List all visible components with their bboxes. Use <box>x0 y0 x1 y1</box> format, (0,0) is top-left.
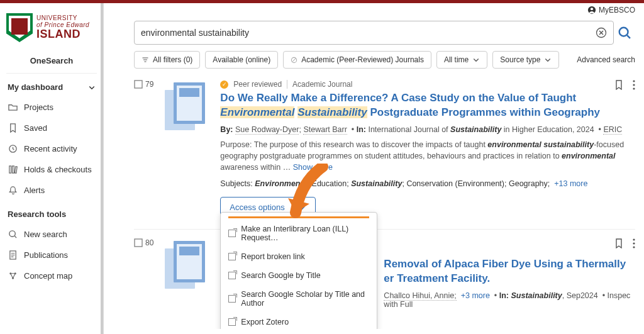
byline: By: Sue Rodway-Dyer; Stewart Barr • In: … <box>220 125 635 134</box>
search-icon <box>8 230 18 239</box>
peer-reviewed-icon: ✓ <box>220 81 228 89</box>
clear-icon <box>596 27 607 38</box>
sidebar-item-label: Concept map <box>24 271 72 281</box>
sidebar-item-label: New search <box>24 230 67 239</box>
concept-map-icon <box>8 271 18 281</box>
author-link[interactable]: Challco Hihui, Annie; <box>384 291 456 301</box>
folder-icon <box>8 103 18 112</box>
bell-icon <box>8 186 18 195</box>
all-filters-button[interactable]: All filters (0) <box>134 51 200 69</box>
books-icon <box>8 165 18 174</box>
search-icon <box>618 26 631 40</box>
svg-point-21 <box>633 247 635 248</box>
author-link[interactable]: Stewart Barr <box>303 125 347 135</box>
svg-rect-3 <box>14 167 17 174</box>
bookmark-button[interactable] <box>614 238 624 248</box>
result-title[interactable]: Do We Really Make a Difference? A Case S… <box>220 91 635 120</box>
sidebar-item-label: Saved <box>24 123 47 133</box>
main-content: MyEBSCO All filters (0) Available (onlin… <box>104 3 644 334</box>
brand-line3: ISLAND <box>36 28 89 40</box>
sidebar-item-holds[interactable]: Holds & checkouts <box>0 159 103 180</box>
clear-search-button[interactable] <box>596 27 607 38</box>
source-link[interactable]: ERIC <box>603 125 622 135</box>
filter-row: All filters (0) Available (online) Acade… <box>134 51 635 69</box>
history-icon <box>8 144 18 153</box>
author-link[interactable]: Sue Rodway-Dyer <box>235 125 299 135</box>
svg-rect-14 <box>135 81 142 88</box>
peer-filter[interactable]: Academic (Peer-Reviewed) Journals <box>283 51 431 69</box>
chevron-down-icon <box>297 203 306 212</box>
svg-point-17 <box>633 87 635 89</box>
svg-point-16 <box>633 84 635 86</box>
svg-point-4 <box>9 231 14 237</box>
byline: Challco Hihui, Annie; +3 more • In: Sust… <box>220 291 635 309</box>
brand-line1: UNIVERSITY <box>36 15 89 22</box>
sidebar-item-recent[interactable]: Recent activity <box>0 138 103 159</box>
dashboard-heading[interactable]: My dashboard <box>0 74 103 97</box>
chevron-down-icon <box>88 84 96 91</box>
sidebar-item-projects[interactable]: Projects <box>0 97 103 118</box>
search-input[interactable] <box>141 28 591 38</box>
result-item: 79 ✓ Peer reviewed Academic Journal Do W… <box>134 80 635 230</box>
onesearch-label[interactable]: OneSearch <box>6 48 97 74</box>
sidebar-item-label: Alerts <box>24 186 45 195</box>
sidebar-item-newsearch[interactable]: New search <box>0 224 103 245</box>
myebsco-link[interactable]: MyEBSCO <box>587 6 635 14</box>
more-authors-link[interactable]: +3 more <box>461 291 490 300</box>
result-number: 80 <box>145 238 153 247</box>
sidebar-item-saved[interactable]: Saved <box>0 118 103 138</box>
external-link-icon <box>228 230 236 237</box>
chevron-down-icon <box>472 56 480 64</box>
svg-point-15 <box>633 80 635 82</box>
subjects: Subjects: Environmental Education; Susta… <box>220 179 635 188</box>
more-button[interactable] <box>633 238 635 248</box>
research-tools-heading: Research tools <box>0 201 103 224</box>
result-type: Academic Journal <box>292 80 352 89</box>
result-thumbnail <box>165 241 209 291</box>
available-filter[interactable]: Available (online) <box>205 51 278 69</box>
svg-rect-18 <box>135 239 142 247</box>
result-title[interactable]: Removal of Alpaca Fiber Dye Using a Ther… <box>220 257 635 286</box>
result-thumbnail <box>165 82 209 133</box>
advanced-search-link[interactable]: Advanced search <box>577 55 635 64</box>
scrollbar[interactable] <box>101 3 103 334</box>
abstract: Purpose: The purpose of this research wa… <box>220 139 635 173</box>
peer-reviewed-label: Peer reviewed <box>233 80 282 89</box>
sidebar: UNIVERSITY of Prince Edward ISLAND OneSe… <box>0 3 104 334</box>
block-icon <box>291 57 297 64</box>
brand-logo[interactable]: UNIVERSITY of Prince Edward ISLAND <box>0 3 103 48</box>
shield-icon <box>6 13 33 42</box>
svg-point-20 <box>633 243 635 245</box>
checkbox[interactable] <box>134 238 143 247</box>
chevron-down-icon <box>544 56 552 64</box>
bookmark-button[interactable] <box>614 80 624 90</box>
result-number: 79 <box>145 80 153 89</box>
sidebar-item-label: Holds & checkouts <box>24 165 92 174</box>
user-icon <box>587 6 596 14</box>
sidebar-item-alerts[interactable]: Alerts <box>0 180 103 201</box>
sidebar-item-label: Projects <box>24 103 53 112</box>
search-box <box>134 21 614 45</box>
sidebar-item-conceptmap[interactable]: Concept map <box>0 265 103 286</box>
sidebar-item-publications[interactable]: Publications <box>0 245 103 265</box>
bookmark-icon <box>8 123 18 133</box>
svg-point-12 <box>619 28 628 36</box>
source-filter[interactable]: Source type <box>492 51 559 69</box>
sidebar-item-label: Recent activity <box>24 144 77 153</box>
svg-rect-1 <box>9 166 11 173</box>
time-filter[interactable]: All time <box>436 51 487 69</box>
search-button[interactable] <box>614 26 635 40</box>
svg-rect-2 <box>12 166 14 173</box>
svg-point-10 <box>591 8 593 10</box>
filter-icon <box>142 56 149 64</box>
more-subjects-link[interactable]: +13 more <box>554 179 587 188</box>
document-icon <box>8 250 18 260</box>
sidebar-item-label: Publications <box>24 250 68 260</box>
result-item: 80 Removal of Alpaca Fiber Dye Using a T… <box>134 238 635 320</box>
show-more-link[interactable]: Show more <box>293 163 333 172</box>
more-button[interactable] <box>633 80 635 90</box>
checkbox[interactable] <box>134 80 143 89</box>
svg-point-19 <box>633 239 635 241</box>
